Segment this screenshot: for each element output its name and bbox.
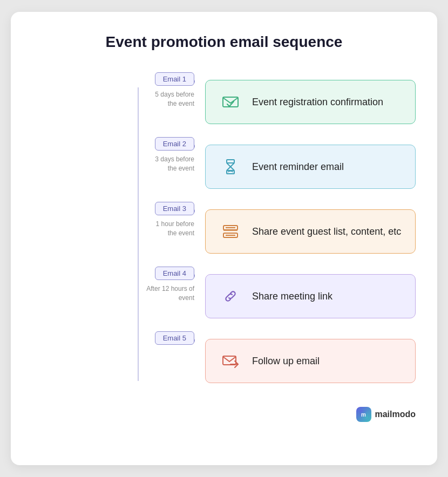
email-card-label: Share meeting link xyxy=(252,291,332,302)
email-badge: Email 1 xyxy=(155,72,194,86)
email-badge: Email 5 xyxy=(155,331,194,345)
step-left: Email 3 1 hour beforethe event xyxy=(86,202,194,238)
email-badge: Email 2 xyxy=(155,137,194,151)
svg-text:m: m xyxy=(361,412,366,418)
page-title: Event promotion email sequence xyxy=(32,33,416,51)
sequence-step: Email 2 3 days beforethe event Event xyxy=(86,137,416,202)
step-right: Follow up email xyxy=(205,331,416,396)
step-left: Email 1 5 days beforethe event xyxy=(86,72,194,108)
mailmodo-brand-icon: m xyxy=(356,407,371,422)
envelope-arrow-icon xyxy=(219,349,242,373)
sequence-step: Email 1 5 days beforethe event Event reg… xyxy=(86,72,416,137)
email-card-4[interactable]: Share meeting link xyxy=(205,274,416,318)
email-card-3[interactable]: Share event guest list, content, etc xyxy=(205,209,416,254)
email-card-2[interactable]: Event reminder email xyxy=(205,145,416,189)
email-card-1[interactable]: Event registration confirmation xyxy=(205,80,416,124)
email-badge: Email 4 xyxy=(155,267,194,280)
step-left: Email 5 xyxy=(86,331,194,349)
svg-rect-1 xyxy=(227,160,234,163)
step-right: Event reminder email xyxy=(205,137,416,202)
step-left: Email 4 After 12 hours ofevent xyxy=(86,267,194,303)
email-card-label: Event registration confirmation xyxy=(252,97,383,108)
brand-name: mailmodo xyxy=(375,410,416,419)
sequence-step: Email 3 1 hour beforethe event Share xyxy=(86,202,416,267)
step-left: Email 2 3 days beforethe event xyxy=(86,137,194,173)
step-timing: After 12 hours ofevent xyxy=(146,284,194,303)
sequence-step: Email 4 After 12 hours ofevent Share mee… xyxy=(86,267,416,331)
email-card-label: Follow up email xyxy=(252,356,320,367)
envelope-check-icon xyxy=(219,90,242,114)
link-icon xyxy=(219,284,242,308)
sequence-container: Email 1 5 days beforethe event Event reg… xyxy=(32,72,416,396)
svg-rect-10 xyxy=(223,356,236,365)
step-timing: 5 days beforethe event xyxy=(155,90,194,108)
hourglass-icon xyxy=(219,155,242,179)
email-badge: Email 3 xyxy=(155,202,194,215)
step-right: Share event guest list, content, etc xyxy=(205,202,416,267)
main-card: Event promotion email sequence Email 1 5… xyxy=(11,12,437,465)
mailmodo-logo: m mailmodo xyxy=(356,407,416,422)
email-card-label: Share event guest list, content, etc xyxy=(252,226,401,237)
step-right: Share meeting link xyxy=(205,267,416,331)
list-icon xyxy=(219,220,242,243)
footer: m mailmodo xyxy=(32,407,416,422)
email-card-5[interactable]: Follow up email xyxy=(205,339,416,383)
sequence-step: Email 5 Follow up email xyxy=(86,331,416,396)
email-card-label: Event reminder email xyxy=(252,161,344,173)
step-timing: 3 days beforethe event xyxy=(155,155,194,173)
step-right: Event registration confirmation xyxy=(205,72,416,137)
step-timing: 1 hour beforethe event xyxy=(156,220,194,238)
